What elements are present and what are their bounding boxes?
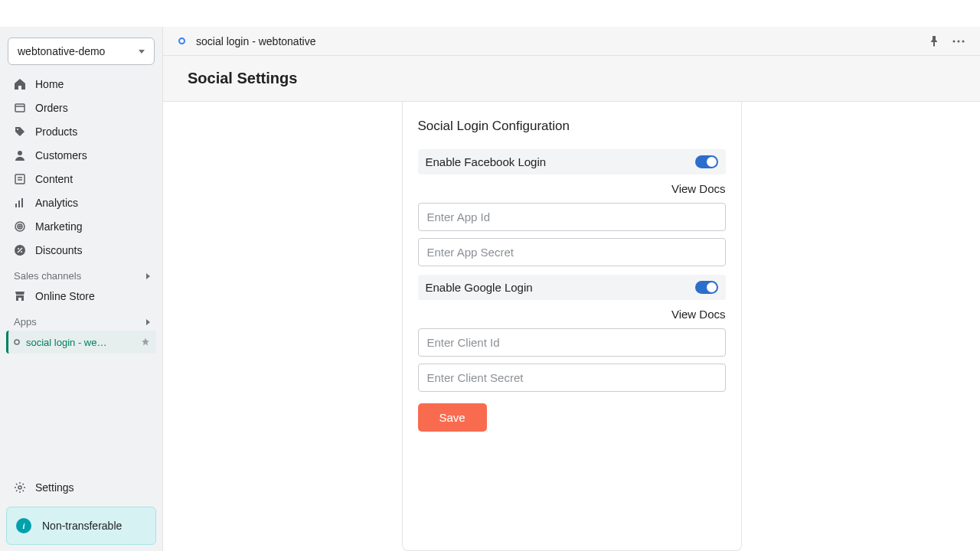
sidebar-item-label: Orders bbox=[35, 102, 68, 114]
sidebar-item-analytics[interactable]: Analytics bbox=[6, 191, 156, 214]
facebook-toggle-label: Enable Facebook Login bbox=[426, 155, 547, 168]
sidebar-item-home[interactable]: Home bbox=[6, 73, 156, 96]
facebook-toggle-row: Enable Facebook Login bbox=[418, 149, 726, 174]
topbar: social login - webtonative bbox=[163, 27, 980, 56]
svg-rect-4 bbox=[15, 204, 17, 207]
apps-section[interactable]: Apps bbox=[6, 308, 156, 331]
sidebar-item-orders[interactable]: Orders bbox=[6, 96, 156, 119]
svg-point-9 bbox=[19, 226, 21, 227]
google-client-id-input[interactable] bbox=[418, 328, 726, 357]
sidebar-item-label: Discounts bbox=[35, 244, 82, 256]
svg-point-17 bbox=[958, 40, 960, 42]
sidebar-item-online-store[interactable]: Online Store bbox=[6, 285, 156, 308]
svg-point-16 bbox=[953, 40, 956, 42]
orders-icon bbox=[12, 100, 28, 116]
chevron-right-icon bbox=[146, 273, 150, 279]
google-toggle-label: Enable Google Login bbox=[426, 281, 533, 294]
status-dot-icon bbox=[178, 37, 185, 44]
facebook-app-secret-input[interactable] bbox=[418, 238, 726, 266]
marketing-icon bbox=[12, 219, 28, 234]
sidebar-item-marketing[interactable]: Marketing bbox=[6, 215, 156, 238]
sidebar-item-label: Online Store bbox=[35, 290, 95, 302]
sidebar-item-discounts[interactable]: Discounts bbox=[6, 239, 156, 262]
sidebar-item-label: social login - webto... bbox=[26, 337, 110, 348]
sidebar-item-label: Home bbox=[35, 78, 64, 90]
sidebar-bottom: Settings i Non-transferable bbox=[0, 468, 162, 551]
svg-point-12 bbox=[21, 251, 22, 253]
google-view-docs-link[interactable]: View Docs bbox=[418, 308, 726, 321]
sidebar-item-label: Content bbox=[35, 173, 73, 185]
caret-down-icon bbox=[139, 50, 145, 54]
svg-rect-3 bbox=[15, 174, 24, 184]
google-toggle[interactable] bbox=[695, 281, 718, 294]
google-toggle-row: Enable Google Login bbox=[418, 275, 726, 300]
svg-rect-13 bbox=[18, 298, 21, 301]
svg-point-2 bbox=[18, 151, 22, 155]
sidebar-item-content[interactable]: Content bbox=[6, 168, 156, 191]
sidebar-item-label: Analytics bbox=[35, 197, 78, 209]
svg-rect-6 bbox=[21, 198, 23, 207]
pin-icon[interactable] bbox=[928, 35, 940, 47]
nav: Home Orders Products Customers bbox=[0, 73, 162, 468]
topbar-right bbox=[928, 35, 965, 47]
notice-text: Non-transferable bbox=[42, 520, 122, 532]
facebook-toggle[interactable] bbox=[695, 155, 718, 168]
sidebar: webtonative-demo Home Orders Products bbox=[0, 27, 163, 551]
facebook-view-docs-link[interactable]: View Docs bbox=[418, 182, 726, 195]
svg-rect-0 bbox=[15, 104, 24, 112]
save-button[interactable]: Save bbox=[418, 403, 487, 432]
svg-point-1 bbox=[17, 129, 18, 130]
sidebar-item-label: Customers bbox=[35, 149, 87, 161]
sidebar-item-settings[interactable]: Settings bbox=[6, 474, 156, 500]
pin-icon[interactable] bbox=[141, 337, 150, 347]
home-icon bbox=[12, 77, 28, 92]
content-icon bbox=[12, 171, 28, 187]
discounts-icon bbox=[12, 243, 28, 258]
page-header: Social Settings bbox=[163, 56, 980, 102]
gear-icon bbox=[12, 480, 28, 495]
customers-icon bbox=[12, 148, 28, 163]
store-icon bbox=[12, 289, 28, 304]
page-title: Social Settings bbox=[188, 70, 956, 87]
info-icon: i bbox=[16, 518, 31, 533]
svg-point-18 bbox=[962, 40, 965, 42]
card-title: Social Login Configuration bbox=[418, 119, 726, 134]
apps-label: Apps bbox=[14, 316, 37, 328]
topbar-left: social login - webtonative bbox=[178, 35, 315, 47]
config-card: Social Login Configuration Enable Facebo… bbox=[402, 102, 742, 551]
sidebar-item-customers[interactable]: Customers bbox=[6, 144, 156, 167]
sales-channels-label: Sales channels bbox=[14, 270, 81, 282]
products-icon bbox=[12, 124, 28, 139]
analytics-icon bbox=[12, 195, 28, 210]
store-name: webtonative-demo bbox=[18, 45, 105, 57]
facebook-app-id-input[interactable] bbox=[418, 203, 726, 231]
sidebar-item-label: Marketing bbox=[35, 220, 82, 233]
app-dot-icon bbox=[12, 334, 21, 350]
more-icon[interactable] bbox=[952, 40, 965, 43]
topbar-title: social login - webtonative bbox=[196, 35, 315, 47]
sidebar-item-label: Products bbox=[35, 126, 77, 138]
svg-point-14 bbox=[15, 340, 19, 344]
store-selector[interactable]: webtonative-demo bbox=[8, 37, 155, 65]
content: Social Login Configuration Enable Facebo… bbox=[163, 102, 980, 551]
sales-channels-section[interactable]: Sales channels bbox=[6, 262, 156, 285]
main: social login - webtonative Social Settin… bbox=[163, 27, 980, 551]
svg-point-15 bbox=[18, 486, 21, 489]
chevron-right-icon bbox=[146, 319, 150, 325]
google-client-secret-input[interactable] bbox=[418, 364, 726, 392]
sidebar-item-app-social-login[interactable]: social login - webto... bbox=[6, 331, 156, 354]
svg-point-11 bbox=[18, 248, 19, 249]
sidebar-item-products[interactable]: Products bbox=[6, 120, 156, 143]
notice-banner: i Non-transferable bbox=[6, 507, 156, 545]
sidebar-item-label: Settings bbox=[35, 481, 74, 494]
svg-rect-5 bbox=[18, 201, 20, 207]
